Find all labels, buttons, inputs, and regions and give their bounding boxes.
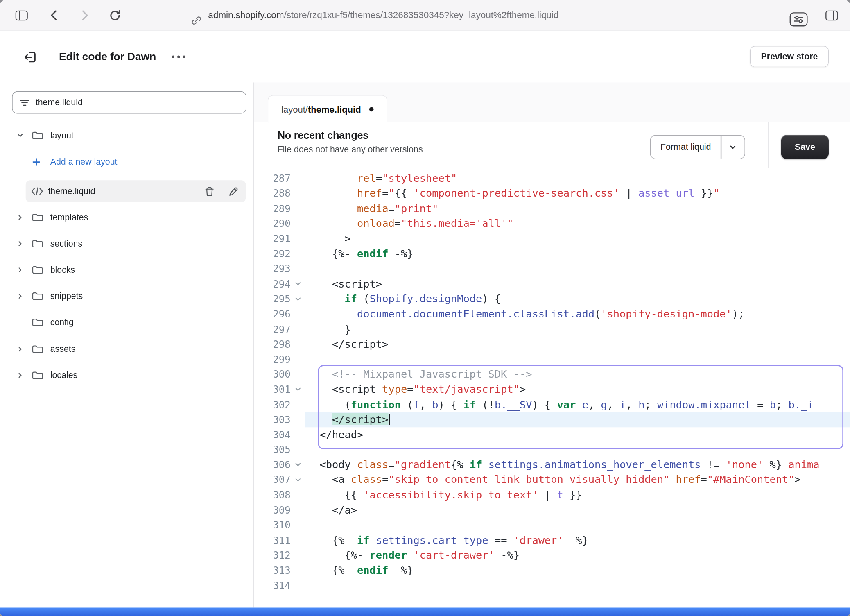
code-line[interactable]: 314	[254, 578, 850, 593]
add-new-layout-button[interactable]: Add a new layout	[0, 151, 253, 172]
line-number: 305	[254, 442, 290, 457]
code-line[interactable]: 307 <a class="skip-to-content-link butto…	[254, 472, 850, 487]
add-new-layout-label: Add a new layout	[50, 157, 118, 167]
code-line[interactable]: 311 {%- if settings.cart_type == 'drawer…	[254, 533, 850, 548]
line-number: 307	[254, 472, 290, 487]
code-text: <!-- Mixpanel Javascript SDK -->	[305, 367, 850, 382]
fold-spacer	[291, 171, 305, 186]
code-line[interactable]: 292 {%- endif -%}	[254, 246, 850, 261]
fold-chevron-icon[interactable]	[291, 276, 305, 292]
code-line[interactable]: 298 </script>	[254, 337, 850, 352]
code-editor[interactable]: 286 <link287 rel="stylesheet"288 href="{…	[254, 168, 850, 603]
right-panel-icon[interactable]	[825, 10, 838, 20]
code-line[interactable]: 296 document.documentElement.classList.a…	[254, 306, 850, 322]
line-number: 292	[254, 246, 290, 261]
code-line[interactable]: 308 {{ 'accessibility.skip_to_text' | t …	[254, 487, 850, 503]
code-line[interactable]: 301 <script type="text/javascript">	[254, 382, 850, 397]
delete-file-icon[interactable]	[203, 185, 215, 197]
back-icon[interactable]	[47, 8, 60, 23]
fold-spacer	[291, 337, 305, 352]
fold-chevron-icon[interactable]	[291, 382, 305, 397]
sidebar-item-theme-liquid[interactable]: theme.liquid	[26, 180, 246, 202]
reload-icon[interactable]	[108, 9, 122, 22]
code-line[interactable]: 305	[254, 442, 850, 457]
code-line[interactable]: 287 rel="stylesheet"	[254, 171, 850, 186]
code-line[interactable]: 304</head>	[254, 427, 850, 442]
unsaved-changes-dot	[369, 107, 374, 112]
sidebar-item-snippets[interactable]: snippets	[0, 285, 253, 307]
code-line[interactable]: 312 {%- render 'cart-drawer' -%}	[254, 548, 850, 563]
preview-store-button[interactable]: Preview store	[750, 46, 829, 67]
code-line[interactable]: 297 }	[254, 322, 850, 337]
sidebar-item-templates[interactable]: templates	[0, 206, 253, 228]
browser-chrome: admin.shopify.com/store/rzq1xu-f5/themes…	[0, 0, 850, 31]
code-line[interactable]: 313 {%- endif -%}	[254, 563, 850, 578]
folder-icon	[32, 238, 50, 249]
sidebar-item-config[interactable]: config	[0, 311, 253, 333]
window-sidebar-toggle-icon[interactable]	[15, 10, 28, 20]
more-options-icon[interactable]	[168, 50, 189, 63]
code-line[interactable]: 306<body class="gradient{% if settings.a…	[254, 457, 850, 473]
chevron-right-icon[interactable]	[16, 292, 32, 300]
editor-panel: layout/theme.liquid No recent changes Fi…	[254, 82, 850, 607]
tab-theme-liquid[interactable]: layout/theme.liquid	[268, 95, 387, 123]
sidebar-item-label: sections	[50, 239, 82, 249]
sidebar-item-label: assets	[50, 344, 76, 354]
folder-icon	[32, 212, 50, 223]
format-dropdown-chevron-icon[interactable]	[721, 136, 744, 159]
code-text: (function (f, b) { if (!b.__SV) { var e,…	[305, 397, 850, 412]
fold-chevron-icon[interactable]	[291, 457, 305, 473]
forward-icon[interactable]	[79, 8, 92, 23]
chevron-right-icon[interactable]	[16, 345, 32, 353]
save-button[interactable]: Save	[781, 135, 829, 159]
code-text: rel="stylesheet"	[305, 171, 850, 186]
code-line[interactable]: 291 >	[254, 231, 850, 246]
page-title: Edit code for Dawn	[59, 31, 156, 83]
code-text	[305, 442, 850, 457]
page-settings-icon[interactable]	[789, 12, 808, 27]
sidebar-item-locales[interactable]: locales	[0, 365, 253, 386]
sidebar-item-assets[interactable]: assets	[0, 338, 253, 360]
chevron-right-icon[interactable]	[16, 240, 32, 248]
code-line[interactable]: 300 <!-- Mixpanel Javascript SDK -->	[254, 367, 850, 382]
code-line[interactable]: 290 onload="this.media='all'"	[254, 216, 850, 231]
url-host: admin.shopify.com	[208, 9, 284, 20]
line-number: 310	[254, 518, 290, 533]
exit-icon[interactable]	[22, 49, 38, 65]
fold-spacer	[291, 231, 305, 246]
code-text: {%- render 'cart-drawer' -%}	[305, 548, 850, 563]
code-line[interactable]: 303 </script>	[254, 412, 850, 427]
line-number: 312	[254, 548, 290, 563]
sidebar-item-blocks[interactable]: blocks	[0, 259, 253, 281]
code-line[interactable]: 310	[254, 518, 850, 533]
chevron-right-icon[interactable]	[16, 266, 32, 274]
code-text	[305, 518, 850, 533]
folder-icon	[32, 370, 50, 381]
code-line[interactable]: 288 href="{{ 'component-predictive-searc…	[254, 186, 850, 201]
fold-chevron-icon[interactable]	[291, 472, 305, 487]
chevron-right-icon[interactable]	[16, 214, 32, 222]
fold-spacer	[291, 412, 305, 427]
code-line[interactable]: 289 media="print"	[254, 201, 850, 216]
code-line[interactable]: 294 <script>	[254, 276, 850, 292]
chevron-right-icon[interactable]	[16, 371, 32, 379]
chevron-down-icon[interactable]	[16, 132, 32, 140]
code-line[interactable]: 299	[254, 352, 850, 367]
file-search-box[interactable]	[12, 91, 246, 114]
format-liquid-button[interactable]: Format liquid	[650, 135, 745, 159]
sidebar-item-layout[interactable]: layout	[0, 125, 253, 146]
code-line[interactable]: 295 if (Shopify.designMode) {	[254, 292, 850, 307]
url-bar[interactable]: admin.shopify.com/store/rzq1xu-f5/themes…	[208, 0, 558, 30]
code-line[interactable]: 293	[254, 261, 850, 276]
code-text: href="{{ 'component-predictive-search.cs…	[305, 186, 850, 201]
sidebar-item-label: blocks	[50, 265, 75, 275]
fold-chevron-icon[interactable]	[291, 292, 305, 307]
code-lines: 286 <link287 rel="stylesheet"288 href="{…	[254, 168, 850, 593]
sidebar-item-sections[interactable]: sections	[0, 233, 253, 254]
code-line[interactable]: 309 </a>	[254, 503, 850, 518]
rename-file-icon[interactable]	[227, 185, 239, 197]
file-sidebar: layout Add a new layout theme.liquid	[0, 82, 254, 607]
line-number: 287	[254, 171, 290, 186]
search-input[interactable]	[36, 97, 240, 107]
code-line[interactable]: 302 (function (f, b) { if (!b.__SV) { va…	[254, 397, 850, 412]
